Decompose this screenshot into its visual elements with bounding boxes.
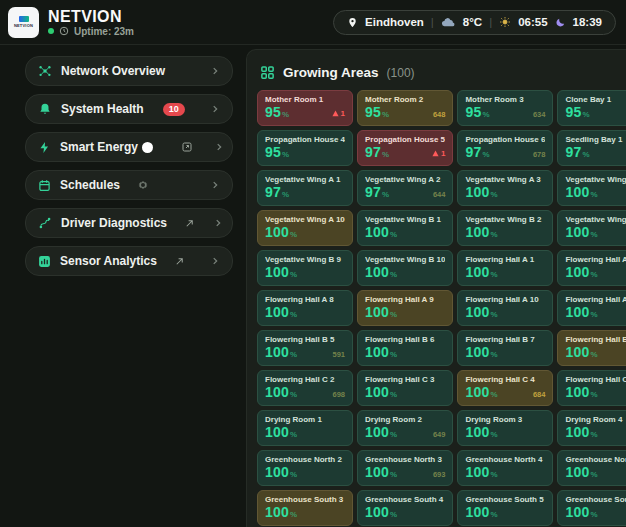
growing-area-card[interactable]: Vegetative Wing B 2 100 % — [457, 210, 553, 246]
percent-suffix: % — [590, 470, 597, 479]
growing-area-card[interactable]: Flowering Hall A 9 100 % — [357, 290, 453, 326]
growing-area-card[interactable]: Mother Room 2 95 % 648 — [357, 90, 453, 126]
growing-area-card[interactable]: Mother Room 3 95 % 634 — [457, 90, 553, 126]
growing-area-card[interactable]: Flowering Hall B 8 100 % — [557, 330, 626, 366]
growing-area-card[interactable]: Drying Room 2 100 % 649 — [357, 410, 453, 446]
route-icon — [38, 216, 52, 230]
growing-area-card[interactable]: Greenhouse North 3 100 % 693 — [357, 450, 453, 486]
area-secondary-number: 693 — [433, 470, 446, 479]
area-name: Greenhouse North 3 — [365, 455, 445, 464]
percent-suffix: % — [482, 110, 489, 119]
growing-area-card[interactable]: Flowering Hall A 8 100 % — [257, 290, 353, 326]
growing-area-card[interactable]: Flowering Hall C 4 100 % 684 — [457, 370, 553, 406]
growing-area-card[interactable]: Greenhouse North 4 100 % — [457, 450, 553, 486]
growing-area-card[interactable]: Flowering Hall B 7 100 % — [457, 330, 553, 366]
growing-area-card[interactable]: Vegetative Wing A 4 100 % 704 — [557, 170, 626, 206]
area-value: 100 — [465, 264, 489, 280]
area-name: Flowering Hall B 8 — [565, 335, 626, 344]
area-value: 95 — [465, 104, 481, 120]
growing-area-card[interactable]: Flowering Hall A 11 100 % — [557, 290, 626, 326]
area-value: 100 — [365, 344, 389, 360]
growing-area-card[interactable]: Flowering Hall C 2 100 % 698 — [257, 370, 353, 406]
area-value: 100 — [465, 424, 489, 440]
growing-area-card[interactable]: Vegetative Wing B 10 100 % — [357, 250, 453, 286]
growing-area-card[interactable]: Flowering Hall A 1 100 % — [457, 250, 553, 286]
sunrise-time: 06:55 — [518, 16, 547, 28]
growing-area-card[interactable]: Propagation House 6 97 % 678 — [457, 130, 553, 166]
area-name: Clone Bay 1 — [565, 95, 626, 104]
growing-area-card[interactable]: Propagation House 4 95 % — [257, 130, 353, 166]
growing-area-card[interactable]: Drying Room 4 100 % — [557, 410, 626, 446]
growing-area-card[interactable]: Greenhouse North 2 100 % — [257, 450, 353, 486]
percent-suffix: % — [590, 310, 597, 319]
growing-area-card[interactable]: Vegetative Wing A 2 97 % 644 — [357, 170, 453, 206]
area-alert: 1 — [332, 109, 345, 118]
uptime-text: Uptime: 23m — [74, 26, 134, 37]
growing-area-card[interactable]: Flowering Hall A 2 100 % — [557, 250, 626, 286]
area-value-row: 100 % — [465, 504, 545, 520]
percent-suffix: % — [382, 110, 389, 119]
growing-area-card[interactable]: Flowering Hall B 5 100 % 591 — [257, 330, 353, 366]
logo-text: NETVION — [14, 23, 33, 28]
gear-icon[interactable] — [137, 179, 149, 191]
external-link-icon[interactable] — [181, 141, 193, 153]
growing-area-card[interactable]: Greenhouse South 4 100 % — [357, 490, 453, 526]
growing-area-card[interactable]: Greenhouse South 3 100 % — [257, 490, 353, 526]
area-value-row: 100 % 649 — [365, 424, 445, 440]
area-value-row: 100 % — [265, 504, 345, 520]
area-value-row: 100 % — [365, 224, 445, 240]
growing-area-card[interactable]: Vegetative Wing B 1 100 % — [357, 210, 453, 246]
area-value: 100 — [265, 304, 289, 320]
area-value-row: 97 % 644 — [365, 184, 445, 200]
area-secondary-number: 634 — [533, 110, 546, 119]
area-value-row: 100 % — [465, 424, 545, 440]
area-secondary-number: 698 — [333, 390, 346, 399]
growing-area-card[interactable]: Greenhouse South 6 100 % 632 — [557, 490, 626, 526]
sidebar-item-sensor-analytics[interactable]: Sensor Analytics — [25, 246, 233, 276]
sidebar-item-smart-energy[interactable]: Smart Energy — [25, 132, 233, 162]
growing-area-card[interactable]: Vegetative Wing B 9 100 % — [257, 250, 353, 286]
area-name: Drying Room 2 — [365, 415, 445, 424]
area-name: Flowering Hall C 4 — [465, 375, 545, 384]
growing-area-card[interactable]: Mother Room 1 95 % 1 — [257, 90, 353, 126]
growing-area-card[interactable]: Propagation House 5 97 % 1 — [357, 130, 453, 166]
sidebar-item-system-health[interactable]: System Health 10 — [25, 94, 233, 124]
percent-suffix: % — [490, 510, 497, 519]
growing-area-card[interactable]: Vegetative Wing A 10 100 % — [257, 210, 353, 246]
sidebar-item-schedules[interactable]: Schedules — [25, 170, 233, 200]
growing-area-card[interactable]: Vegetative Wing A 3 100 % — [457, 170, 553, 206]
sidebar-item-driver-diagnostics[interactable]: Driver Diagnostics — [25, 208, 233, 238]
growing-area-card[interactable]: Drying Room 1 100 % — [257, 410, 353, 446]
warning-triangle-icon — [432, 150, 439, 157]
growing-area-card[interactable]: Flowering Hall B 6 100 % — [357, 330, 453, 366]
growing-area-card[interactable]: Vegetative Wing B 3 100 % 636 — [557, 210, 626, 246]
area-value-row: 97 % — [265, 184, 345, 200]
chevron-right-icon — [210, 180, 220, 190]
sidebar-item-network-overview[interactable]: Network Overview — [25, 56, 233, 86]
area-value-row: 100 % — [365, 504, 445, 520]
area-value-row: 100 % 704 — [565, 184, 626, 200]
growing-area-card[interactable]: Vegetative Wing A 1 97 % — [257, 170, 353, 206]
growing-area-card[interactable]: Flowering Hall C 5 100 % — [557, 370, 626, 406]
area-value: 100 — [365, 464, 389, 480]
growing-area-card[interactable]: Greenhouse North 5 100 % 663 — [557, 450, 626, 486]
grid-icon — [260, 65, 275, 80]
percent-suffix: % — [390, 270, 397, 279]
growing-area-card[interactable]: Flowering Hall A 10 100 % — [457, 290, 553, 326]
area-value-row: 100 % — [465, 184, 545, 200]
growing-area-card[interactable]: Seedling Bay 1 97 % — [557, 130, 626, 166]
percent-suffix: % — [390, 350, 397, 359]
weather-pill[interactable]: Eindhoven | 8°C | 06:55 18:39 — [333, 10, 616, 35]
area-name: Drying Room 3 — [465, 415, 545, 424]
growing-area-card[interactable]: Clone Bay 1 95 % 654 — [557, 90, 626, 126]
growing-area-card[interactable]: Flowering Hall C 3 100 % — [357, 370, 453, 406]
percent-suffix: % — [382, 190, 389, 199]
area-value: 100 — [265, 224, 289, 240]
area-value-row: 100 % — [365, 344, 445, 360]
trend-arrow-icon — [174, 256, 185, 267]
bar-chart-icon — [38, 255, 51, 268]
area-name: Flowering Hall C 3 — [365, 375, 445, 384]
growing-area-card[interactable]: Greenhouse South 5 100 % — [457, 490, 553, 526]
area-name: Greenhouse North 4 — [465, 455, 545, 464]
growing-area-card[interactable]: Drying Room 3 100 % — [457, 410, 553, 446]
